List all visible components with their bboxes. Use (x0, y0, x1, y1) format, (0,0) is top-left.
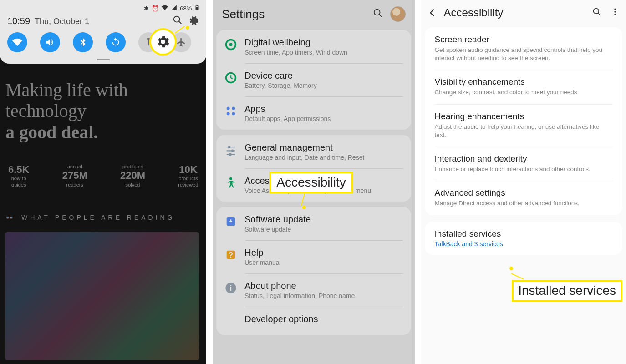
settings-header: Settings (213, 0, 414, 26)
row-hearing-enhancements[interactable]: Hearing enhancements Adjust the audio to… (425, 104, 622, 147)
tile-volume[interactable] (40, 32, 60, 52)
svg-point-30 (614, 14, 616, 15)
svg-point-5 (374, 10, 380, 15)
alarm-status-icon: ⏰ (152, 5, 159, 12)
row-digital-wellbeing[interactable]: Digital wellbeingScreen time, App timers… (216, 30, 411, 63)
dev-icon (224, 315, 237, 328)
callout-accessibility: Accessibility (269, 172, 353, 193)
callout-installed-services: Installed services (512, 280, 622, 302)
svg-point-8 (229, 43, 233, 46)
gear-icon[interactable] (189, 15, 199, 27)
battery-icon (194, 5, 200, 12)
shade-time: 10:59 (7, 16, 30, 26)
tile-wifi[interactable] (7, 32, 27, 52)
stat-item: 6.5Khow-toguides (8, 164, 29, 188)
svg-point-3 (174, 16, 180, 22)
battery-pct: 68% (180, 5, 192, 12)
svg-point-13 (232, 112, 235, 115)
settings-group: Software updateSoftware update ? HelpUse… (216, 207, 411, 335)
svg-point-20 (229, 177, 232, 180)
page-headline: Making life with technology a good deal. (5, 80, 201, 143)
panel-divider (415, 0, 421, 364)
devicecare-icon (224, 71, 237, 84)
page-title: Settings (222, 7, 265, 21)
apps-icon (224, 105, 237, 117)
svg-text:i: i (230, 284, 232, 292)
more-icon[interactable] (611, 7, 620, 18)
bluetooth-status-icon: ✱ (144, 5, 149, 12)
tile-sync[interactable] (106, 32, 126, 52)
about-icon: i (224, 282, 237, 294)
panel-quicksettings: ✱ ⏰ 68% 10:59 Thu, October 1 (0, 0, 206, 364)
accessibility-icon (224, 177, 237, 189)
shade-drag-handle[interactable] (97, 59, 110, 60)
wellbeing-icon (224, 38, 237, 51)
svg-point-10 (227, 107, 230, 110)
tile-bluetooth[interactable] (73, 32, 93, 52)
svg-rect-2 (197, 5, 198, 6)
stat-item: problems220Msolved (120, 164, 145, 188)
stats-row: 6.5Khow-toguides annual275Mreaders probl… (8, 164, 198, 188)
statusbar: ✱ ⏰ 68% (5, 4, 202, 15)
search-icon[interactable] (373, 8, 383, 20)
glasses-icon: 👓 (5, 214, 16, 221)
accessibility-header: Accessibility (421, 0, 626, 24)
section-heading: 👓 WHAT PEOPLE ARE READING (5, 214, 175, 221)
svg-point-26 (594, 9, 599, 14)
update-icon (224, 215, 237, 228)
row-developer-options[interactable]: Developer options (216, 307, 411, 335)
svg-rect-1 (196, 7, 198, 10)
shade-clock[interactable]: 10:59 Thu, October 1 (7, 16, 89, 26)
shade-header: 10:59 Thu, October 1 (5, 15, 202, 30)
svg-point-12 (227, 112, 230, 115)
callout-gear-highlight (149, 28, 177, 56)
callout-connector (511, 273, 524, 279)
gear-icon (155, 34, 171, 50)
article-thumbnail[interactable] (5, 232, 199, 360)
accessibility-group: Installed services TalkBack and 3 servic… (425, 222, 622, 255)
row-help[interactable]: ? HelpUser manual (216, 240, 411, 273)
headline-line1: Making life with technology (5, 80, 201, 121)
callout-dot (186, 26, 189, 30)
row-device-care[interactable]: Device careBattery, Storage, Memory (216, 63, 411, 96)
stat-item: annual275Mreaders (62, 164, 87, 188)
row-software-update[interactable]: Software updateSoftware update (216, 207, 411, 240)
panel-accessibility: Accessibility Screen reader Get spoken a… (421, 0, 626, 364)
svg-point-11 (232, 107, 235, 110)
row-general-management[interactable]: General managementLanguage and input, Da… (216, 135, 411, 168)
row-visibility-enhancements[interactable]: Visibility enhancements Change size, con… (425, 70, 622, 104)
help-icon: ? (224, 248, 237, 261)
back-icon[interactable] (428, 8, 438, 18)
stat-item: 10Kproductsreviewed (178, 164, 198, 188)
headline-line2: a good deal. (5, 121, 201, 143)
row-apps[interactable]: AppsDefault apps, App permissions (216, 96, 411, 130)
svg-point-17 (231, 149, 234, 152)
row-advanced-settings[interactable]: Advanced settings Manage Direct access a… (425, 181, 622, 215)
row-installed-services[interactable]: Installed services TalkBack and 3 servic… (425, 222, 622, 255)
signal-status-icon (171, 5, 177, 12)
svg-line-27 (598, 13, 601, 15)
svg-line-4 (179, 21, 182, 24)
panel-divider (206, 0, 213, 364)
svg-point-19 (229, 153, 232, 156)
svg-point-15 (228, 146, 231, 148)
panel-settings: Settings Digital wellbeingScreen time, A… (213, 0, 414, 364)
svg-point-29 (614, 11, 616, 12)
page-title: Accessibility (444, 6, 586, 19)
search-icon[interactable] (173, 15, 183, 27)
row-interaction-dexterity[interactable]: Interaction and dexterity Enhance or rep… (425, 147, 622, 181)
shade-date: Thu, October 1 (35, 17, 89, 26)
svg-point-28 (614, 9, 616, 10)
search-icon[interactable] (592, 7, 601, 18)
avatar[interactable] (390, 6, 406, 22)
svg-text:?: ? (229, 251, 233, 259)
sliders-icon (224, 143, 237, 156)
row-screen-reader[interactable]: Screen reader Get spoken audio guidance … (425, 27, 622, 70)
svg-line-6 (379, 15, 382, 17)
wifi-status-icon (162, 5, 168, 12)
row-about-phone[interactable]: i About phoneStatus, Legal information, … (216, 273, 411, 307)
settings-group: Digital wellbeingScreen time, App timers… (216, 30, 411, 130)
accessibility-group: Screen reader Get spoken audio guidance … (425, 27, 622, 215)
callout-dot (509, 267, 513, 270)
